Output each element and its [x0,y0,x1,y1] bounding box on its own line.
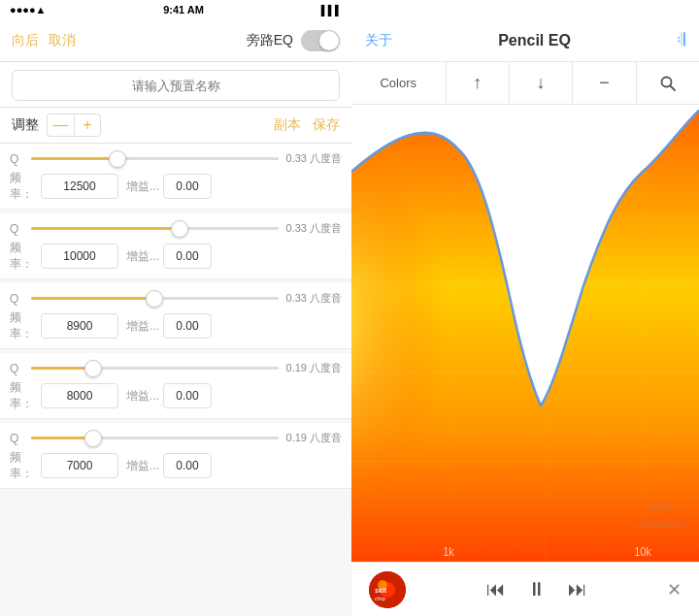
time: 9:41 AM [163,4,204,16]
gain-input[interactable] [163,383,212,408]
octave-label: 0.33 八度音 [286,151,342,166]
player-bar: skit chip ⏮ ⏸ ⏭ ✕ [351,562,699,616]
eq-row: Q0.19 八度音频率：增益... [0,423,351,489]
settings-icon[interactable]: 𝄇 [677,30,685,50]
freq-label: 频率： [10,240,37,273]
svg-text:1k: 1k [443,545,454,560]
q-label: Q [10,222,23,236]
slider-row: Q0.33 八度音 [10,287,342,308]
slider-knob[interactable] [146,290,163,308]
slider-fill [31,157,117,160]
freq-row: 频率：增益... [10,168,342,207]
slider-track[interactable] [31,437,279,439]
back-button[interactable]: 向后 [12,32,39,49]
slider-track[interactable] [31,367,279,370]
svg-text:10k: 10k [634,545,651,560]
eq-row: Q0.19 八度音频率：增益... [0,353,351,419]
preset-bar [0,62,351,108]
octave-label: 0.19 八度音 [286,431,342,445]
q-label: Q [10,292,23,306]
slider-fill [31,297,154,300]
freq-row: 频率：增益... [10,238,342,276]
slider-fill [31,227,180,230]
gain-input[interactable] [163,174,212,199]
preset-name-input[interactable] [12,70,340,101]
up-arrow-button[interactable]: ↑ [447,62,510,105]
q-label: Q [10,432,23,445]
gain-label: 增益... [126,388,159,405]
svg-text:chip: chip [375,596,386,601]
album-art[interactable]: skit chip [369,571,406,608]
slider-track[interactable] [31,157,279,160]
watermark-line2: solution [636,516,685,533]
slider-row: Q0.33 八度音 [10,147,342,168]
left-panel: ●●●●▲ 9:41 AM ▌▌▌ 向后 取消 旁路EQ 调整 — + 副本 保… [0,0,351,616]
rewind-button[interactable]: ⏮ [486,578,506,600]
eq-row: Q0.33 八度音频率：增益... [0,283,351,349]
gain-label: 增益... [126,248,159,265]
slider-knob[interactable] [84,360,102,377]
bypass-toggle[interactable] [301,30,340,51]
battery-icon: ▌▌▌ [321,5,342,16]
slider-track[interactable] [31,227,279,230]
right-nav-bar: 关于 Pencil EQ 𝄇 [351,19,699,62]
freq-label: 频率： [10,449,37,482]
player-controls: ⏮ ⏸ ⏭ [486,578,587,600]
save-buttons: 副本 保存 [274,116,340,134]
close-button[interactable]: ✕ [667,579,682,600]
slider-knob[interactable] [109,150,126,168]
minus-eq-button[interactable]: − [573,62,636,105]
pause-button[interactable]: ⏸ [527,578,547,600]
gain-label: 增益... [126,178,159,195]
svg-line-1 [670,85,675,90]
pencil-eq-title: Pencil EQ [498,32,571,49]
slider-track[interactable] [31,297,279,300]
freq-input[interactable] [41,383,118,408]
watermark-line1: APP [636,500,685,516]
eq-toolbar: Colors ↑ ↓ − [351,62,699,105]
eq-chart: 1k 10k APP solution [351,105,699,562]
copy-button[interactable]: 副本 [274,116,301,134]
freq-row: 频率：增益... [10,308,342,346]
svg-text:skit: skit [375,587,387,594]
octave-label: 0.33 八度音 [286,221,342,236]
search-button[interactable] [637,62,699,105]
q-label: Q [10,152,23,166]
freq-row: 频率：增益... [10,447,342,486]
octave-label: 0.19 八度音 [286,361,342,375]
freq-input[interactable] [41,453,118,478]
toggle-knob [319,31,339,50]
status-bar: ●●●●▲ 9:41 AM ▌▌▌ [0,0,351,19]
down-arrow-button[interactable]: ↓ [510,62,573,105]
forward-button[interactable]: ⏭ [568,578,587,600]
slider-row: Q0.19 八度音 [10,427,342,447]
gain-input[interactable] [163,313,212,339]
about-button[interactable]: 关于 [365,32,392,49]
freq-label: 频率： [10,170,37,203]
slider-knob[interactable] [171,220,188,238]
freq-input[interactable] [41,243,118,269]
freq-row: 频率：增益... [10,377,342,416]
adj-bar: 调整 — + 副本 保存 [0,108,351,144]
freq-input[interactable] [41,174,118,199]
freq-input[interactable] [41,313,118,339]
watermark: APP solution [636,500,685,533]
eq-list: Q0.33 八度音频率：增益...Q0.33 八度音频率：增益...Q0.33 … [0,144,351,616]
eq-row: Q0.33 八度音频率：增益... [0,213,351,279]
gain-input[interactable] [163,243,212,269]
gain-input[interactable] [163,453,212,478]
colors-button[interactable]: Colors [351,62,447,105]
freq-label: 频率： [10,309,37,342]
slider-knob[interactable] [84,430,102,447]
status-icons: ▌▌▌ [321,5,342,16]
slider-row: Q0.33 八度音 [10,217,342,238]
minus-button[interactable]: — [47,113,74,137]
slider-row: Q0.19 八度音 [10,357,342,377]
nav-center: 旁路EQ [247,30,340,51]
adj-label: 调整 [12,116,39,134]
left-nav-bar: 向后 取消 旁路EQ [0,19,351,62]
plus-button[interactable]: + [74,113,101,137]
right-status-bar [351,0,699,19]
cancel-button[interactable]: 取消 [49,32,76,49]
save-button[interactable]: 保存 [313,116,340,134]
